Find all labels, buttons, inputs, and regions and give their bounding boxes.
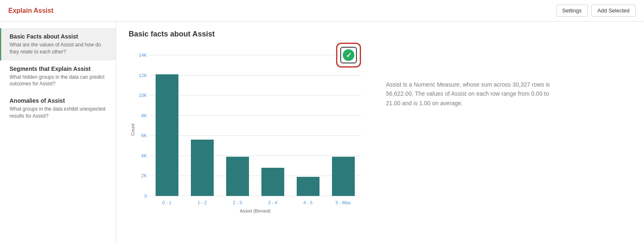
- x-label-5-max: 5 - Max: [336, 200, 351, 205]
- x-label-4-5: 4 - 5: [303, 200, 312, 205]
- y-label-14k: 14K: [139, 53, 147, 58]
- bar-2-3: [226, 157, 249, 196]
- settings-button[interactable]: Settings: [556, 5, 588, 17]
- sidebar-item-segments-title: Segments that Explain Assist: [10, 65, 107, 72]
- x-axis-title: Assist (Binned): [240, 208, 271, 213]
- x-label-1-2: 1 - 2: [198, 200, 207, 205]
- y-label-6k: 6K: [141, 133, 147, 138]
- x-label-3-4: 3 - 4: [268, 200, 277, 205]
- check-icon-overlay: ✓: [336, 43, 361, 68]
- y-label-12k: 12K: [139, 73, 147, 78]
- y-label-0: 0: [144, 193, 147, 198]
- sidebar-item-anomalies[interactable]: Anomalies of Assist What groups in the d…: [0, 92, 116, 125]
- bar-chart: 0 2K 4K 6K 8K 10K 12K 14K Count: [129, 47, 369, 221]
- sidebar-item-basic-facts-title: Basic Facts about Assist: [10, 33, 107, 40]
- y-label-10k: 10K: [139, 93, 147, 98]
- content-title: Basic facts about Assist: [129, 30, 632, 39]
- info-text: Assist is a Numeric Measure, whose sum a…: [386, 47, 552, 108]
- app-header: Explain Assist Settings Add Selected: [0, 0, 644, 22]
- app-title: Explain Assist: [8, 7, 54, 14]
- add-selected-button[interactable]: Add Selected: [591, 5, 636, 17]
- check-inner: ✓: [340, 47, 357, 63]
- sidebar-item-segments[interactable]: Segments that Explain Assist What hidden…: [0, 60, 116, 93]
- chart-and-info: ✓ 0 2: [129, 47, 632, 222]
- sidebar-item-basic-facts[interactable]: Basic Facts about Assist What are the va…: [0, 28, 116, 60]
- sidebar-item-anomalies-title: Anomalies of Assist: [10, 97, 107, 104]
- sidebar-item-basic-facts-desc: What are the values of Assist and how do…: [10, 41, 107, 56]
- x-label-0-1: 0 - 1: [162, 200, 171, 205]
- bar-1-2: [191, 140, 214, 196]
- y-label-2k: 2K: [141, 173, 147, 178]
- sidebar: Basic Facts about Assist What are the va…: [0, 22, 116, 244]
- checkmark-icon: ✓: [343, 49, 354, 61]
- sidebar-item-anomalies-desc: What groups in the data exhibit unexpect…: [10, 106, 107, 120]
- bar-0-1: [156, 74, 178, 196]
- main-layout: Basic Facts about Assist What are the va…: [0, 22, 644, 244]
- bar-4-5: [297, 177, 320, 196]
- content-area: Basic facts about Assist ✓: [116, 22, 644, 244]
- y-axis-title: Count: [130, 123, 135, 135]
- bar-3-4: [261, 168, 284, 196]
- y-label-4k: 4K: [141, 153, 147, 158]
- y-label-8k: 8K: [141, 113, 147, 118]
- header-buttons: Settings Add Selected: [556, 5, 636, 17]
- sidebar-item-segments-desc: What hidden groups in the data can predi…: [10, 74, 107, 88]
- bar-5-max: [332, 157, 355, 196]
- chart-wrapper: ✓ 0 2: [129, 47, 369, 222]
- x-label-2-3: 2 - 3: [233, 200, 242, 205]
